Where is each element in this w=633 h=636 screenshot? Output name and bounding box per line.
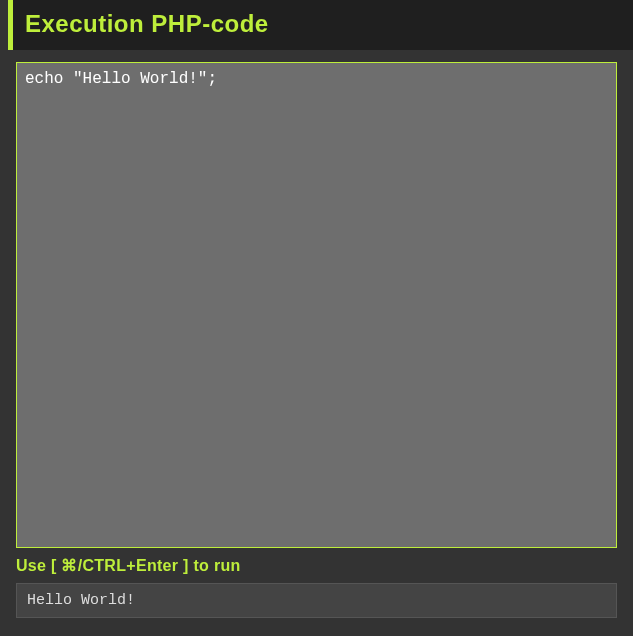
panel-header: Execution PHP-code (8, 0, 633, 50)
panel-body: Use [ ⌘/CTRL+Enter ] to run Hello World! (0, 50, 633, 634)
run-shortcut-hint: Use [ ⌘/CTRL+Enter ] to run (16, 552, 617, 583)
panel-title: Execution PHP-code (25, 10, 621, 38)
execution-output: Hello World! (16, 583, 617, 618)
php-code-input[interactable] (16, 62, 617, 548)
